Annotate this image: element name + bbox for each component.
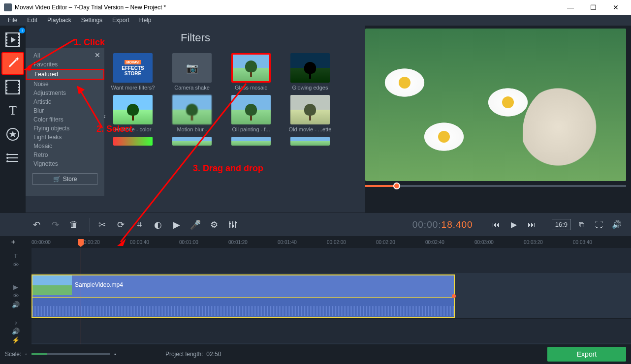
cat-mosaic[interactable]: Mosaic bbox=[26, 142, 104, 151]
filter-item-motion-blur[interactable]: Motion blur - bbox=[167, 95, 217, 133]
clip-props-button[interactable]: ▶ bbox=[168, 216, 186, 234]
svg-point-4 bbox=[6, 153, 8, 155]
menu-edit[interactable]: Edit bbox=[22, 15, 42, 25]
list-icon bbox=[6, 153, 19, 163]
cat-flying-objects[interactable]: Flying objects bbox=[26, 124, 104, 133]
menu-playback[interactable]: Playback bbox=[42, 15, 76, 25]
color-button[interactable]: ◐ bbox=[149, 216, 167, 234]
close-categories-icon[interactable]: ✕ bbox=[95, 51, 100, 59]
timeline-ruler[interactable]: ＋ 00:00:00 00:00:20 00:00:40 00:01:00 00… bbox=[0, 236, 631, 248]
project-length: Project length: 02:50 bbox=[165, 351, 221, 358]
clip-handle[interactable] bbox=[452, 294, 456, 298]
filter-item-oil-painting[interactable]: Oil painting - f... bbox=[226, 95, 276, 133]
prev-frame-button[interactable]: ⏮ bbox=[489, 217, 504, 232]
settings-button[interactable]: ⚙ bbox=[205, 216, 223, 234]
tool-more[interactable] bbox=[1, 147, 24, 169]
svg-point-6 bbox=[6, 160, 8, 162]
collapse-icon[interactable]: ‹ bbox=[104, 112, 106, 120]
menu-help[interactable]: Help bbox=[134, 15, 157, 25]
video-track-label[interactable]: ▶ 👁🔊 bbox=[0, 273, 32, 319]
filter-thumb bbox=[231, 137, 271, 146]
add-track-button[interactable]: ＋ bbox=[10, 238, 17, 246]
title-track[interactable] bbox=[32, 248, 631, 273]
cat-vignettes[interactable]: Vignettes bbox=[26, 159, 104, 168]
close-button[interactable]: ✕ bbox=[604, 0, 627, 15]
next-frame-button[interactable]: ⏭ bbox=[524, 217, 539, 232]
detach-button[interactable]: ⧉ bbox=[574, 217, 589, 232]
cat-favorites[interactable]: Favorites bbox=[26, 60, 104, 69]
video-track[interactable]: SampleVideo.mp4 bbox=[32, 273, 631, 319]
cat-retro[interactable]: Retro bbox=[26, 151, 104, 159]
maximize-button[interactable]: ☐ bbox=[582, 0, 604, 15]
video-clip[interactable]: SampleVideo.mp4 bbox=[32, 274, 455, 318]
audio-waveform bbox=[32, 297, 454, 317]
cat-adjustments[interactable]: Adjustments bbox=[26, 89, 104, 97]
tool-import[interactable]: ! bbox=[1, 29, 24, 51]
audio-track[interactable] bbox=[32, 319, 631, 343]
cat-light-leaks[interactable]: Light leaks bbox=[26, 133, 104, 142]
timeline: ＋ 00:00:00 00:00:20 00:00:40 00:01:00 00… bbox=[0, 236, 631, 344]
crop-button[interactable]: ⌗ bbox=[130, 216, 148, 234]
delete-button[interactable]: 🗑 bbox=[65, 216, 83, 234]
cart-icon: 🛒 bbox=[53, 176, 61, 182]
preview-scrubber[interactable] bbox=[365, 185, 626, 187]
zoom-in-icon[interactable]: ▪ bbox=[114, 351, 116, 358]
cat-color-filters[interactable]: Color filters bbox=[26, 115, 104, 124]
cat-noise[interactable]: Noise bbox=[26, 80, 104, 89]
menu-settings[interactable]: Settings bbox=[76, 15, 107, 25]
filter-thumb bbox=[231, 53, 271, 83]
window-titlebar: Movavi Video Editor – 7-Day Trial Versio… bbox=[0, 0, 631, 15]
wand-icon bbox=[7, 58, 19, 69]
star-circle-icon bbox=[6, 127, 20, 141]
scrubber-handle[interactable] bbox=[393, 182, 400, 189]
scale-slider[interactable] bbox=[32, 353, 110, 355]
menu-file[interactable]: File bbox=[3, 15, 22, 25]
redo-button[interactable]: ↷ bbox=[46, 216, 64, 234]
export-button[interactable]: Export bbox=[547, 347, 626, 362]
filter-grid: ‹ MOVAVIEFFECTS STORE Want more filters?… bbox=[104, 48, 365, 196]
filter-thumb bbox=[290, 53, 330, 83]
preview-video[interactable] bbox=[365, 29, 626, 181]
filter-item-glowing-edges[interactable]: Glowing edges bbox=[285, 53, 335, 91]
cat-blur[interactable]: Blur bbox=[26, 106, 104, 115]
undo-button[interactable]: ↶ bbox=[28, 216, 45, 234]
menu-export[interactable]: Export bbox=[107, 15, 134, 25]
record-audio-button[interactable]: 🎤 bbox=[187, 216, 204, 234]
audio-track-label[interactable]: ♪ 🔊⚡ bbox=[0, 319, 32, 343]
play-button[interactable]: ▶ bbox=[506, 217, 521, 232]
minimize-button[interactable]: — bbox=[559, 0, 582, 15]
tool-transitions[interactable] bbox=[1, 76, 24, 98]
filter-thumb bbox=[290, 95, 330, 124]
filter-thumb bbox=[290, 137, 330, 146]
cat-artistic[interactable]: Artistic bbox=[26, 97, 104, 106]
filter-item-glass-mosaic[interactable]: Glass mosaic bbox=[226, 53, 276, 91]
filter-thumb bbox=[231, 95, 271, 124]
zoom-out-icon[interactable]: ▫ bbox=[25, 351, 27, 358]
playhead[interactable] bbox=[81, 248, 81, 344]
tool-stickers[interactable] bbox=[1, 123, 24, 146]
tool-filters[interactable] bbox=[1, 52, 24, 75]
cat-featured[interactable]: Featured bbox=[26, 69, 104, 80]
clip-thumbnail bbox=[32, 275, 72, 295]
cut-button[interactable]: ✂ bbox=[93, 216, 111, 234]
sliders-icon bbox=[228, 220, 237, 229]
volume-button[interactable]: 🔊 bbox=[609, 217, 624, 232]
notification-badge: ! bbox=[19, 28, 25, 33]
aspect-ratio-button[interactable]: 16:9 bbox=[552, 219, 571, 230]
cat-all[interactable]: All bbox=[26, 51, 104, 60]
filter-item-store[interactable]: MOVAVIEFFECTS STORE Want more filters? bbox=[108, 53, 158, 91]
filter-item-halftone[interactable]: Halftone - color bbox=[108, 95, 158, 133]
filter-thumb bbox=[113, 95, 153, 124]
svg-rect-12 bbox=[235, 222, 237, 223]
title-track-label[interactable]: T 👁 bbox=[0, 248, 32, 273]
filter-item-camera-shake[interactable]: 📷 Camera shake bbox=[167, 53, 217, 91]
rotate-button[interactable]: ⟳ bbox=[112, 216, 129, 234]
store-button[interactable]: 🛒 Store bbox=[32, 173, 97, 185]
equalizer-button[interactable] bbox=[224, 216, 242, 234]
tool-titles[interactable]: T bbox=[1, 99, 24, 122]
scale-label: Scale: bbox=[5, 351, 21, 358]
menubar: File Edit Playback Settings Export Help bbox=[0, 15, 631, 26]
preview-content bbox=[370, 58, 439, 107]
filter-item-old-movie[interactable]: Old movie - ...ette bbox=[285, 95, 335, 133]
fullscreen-button[interactable]: ⛶ bbox=[592, 217, 606, 232]
